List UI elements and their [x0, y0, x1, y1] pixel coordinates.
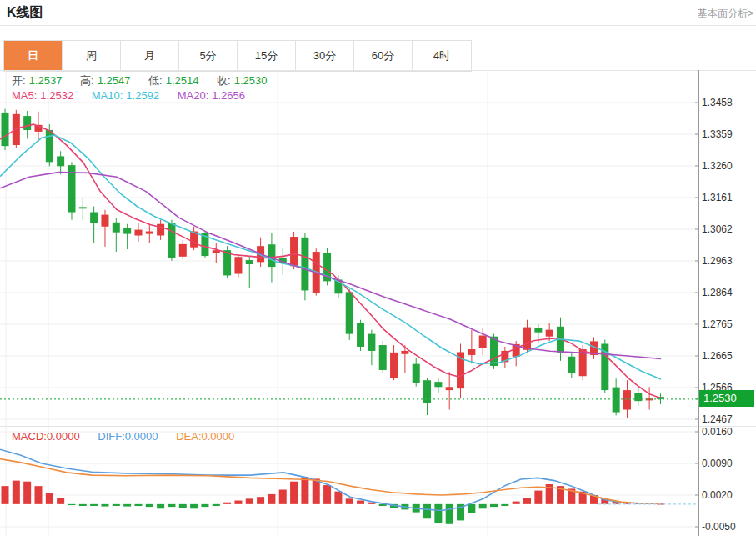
macd-bar — [68, 504, 75, 505]
tab-4hour[interactable]: 4时 — [413, 41, 471, 71]
ma20-label: MA20: — [178, 89, 209, 102]
candle — [413, 358, 420, 387]
macd-bar — [234, 501, 242, 504]
macd-bar — [13, 481, 20, 504]
candle — [379, 341, 387, 373]
macd-bar — [479, 504, 487, 508]
candle — [234, 254, 242, 277]
macd-bar — [201, 504, 208, 507]
candle — [468, 330, 475, 364]
fundamental-analysis-link[interactable]: 基本面分析> — [698, 7, 753, 21]
candle — [113, 218, 120, 252]
tab-15min[interactable]: 15分 — [238, 41, 296, 71]
candle — [157, 220, 164, 240]
candle — [2, 109, 9, 150]
y-axis-label: 0.0160 — [702, 426, 733, 438]
ma10-value: 1.2592 — [126, 89, 159, 102]
diff-label: DIFF: — [98, 430, 125, 443]
candle — [446, 372, 453, 409]
macd-bar — [346, 498, 353, 504]
y-axis-label: 1.3062 — [702, 223, 733, 235]
macd-bar — [246, 498, 253, 504]
kline-page: K线图 基本面分析> 日 周 月 5分 15分 30分 60分 4时 1.345… — [0, 0, 756, 536]
macd-bar — [323, 485, 331, 504]
y-axis-label: 1.2665 — [702, 350, 733, 362]
macd-bar — [157, 504, 164, 508]
low-label: 低: — [148, 74, 163, 87]
macd-bar — [423, 504, 431, 518]
candle — [246, 257, 253, 288]
candle — [368, 330, 375, 366]
macd-bar — [34, 486, 42, 504]
macd-bar — [223, 503, 231, 504]
macd-bar — [290, 482, 298, 504]
macd-bar — [123, 504, 131, 507]
header-divider — [0, 25, 756, 26]
candle — [290, 232, 298, 269]
y-axis-label: 1.2963 — [702, 255, 733, 267]
macd-bar — [501, 504, 508, 506]
candle — [101, 210, 108, 247]
macd-bar — [534, 491, 542, 504]
y-axis-label: 0.0090 — [702, 458, 733, 469]
page-title: K线图 — [7, 4, 43, 22]
kline-macd-chart[interactable]: 1.34581.33591.32601.31611.30621.29631.28… — [0, 70, 756, 536]
candle — [346, 289, 353, 340]
macd-bar — [313, 478, 320, 503]
ma10-label: MA10: — [92, 89, 123, 102]
macd-bar — [213, 504, 220, 506]
y-axis-label: 0.0020 — [702, 489, 733, 501]
ma5-label: MA5: — [12, 89, 37, 102]
macd-bar — [357, 501, 364, 504]
macd-bar — [146, 504, 153, 507]
tab-5min[interactable]: 5分 — [179, 41, 238, 71]
y-axis-label: 1.3359 — [702, 128, 733, 140]
candle — [146, 224, 153, 243]
high-value: 1.2547 — [98, 74, 131, 87]
macd-bar — [334, 492, 342, 504]
macd-label: MACD: — [12, 430, 47, 443]
macd-bar — [190, 504, 198, 508]
candle — [434, 378, 442, 393]
candle — [501, 347, 508, 368]
y-axis-label: 1.2765 — [702, 318, 733, 330]
candle — [68, 162, 75, 219]
macd-bar — [57, 498, 64, 504]
low-value: 1.2514 — [166, 74, 199, 87]
tab-day[interactable]: 日 — [4, 41, 63, 71]
tab-week[interactable]: 周 — [63, 41, 121, 71]
dea-value: 0.0000 — [202, 430, 235, 443]
tab-30min[interactable]: 30分 — [296, 41, 354, 71]
macd-bar — [168, 504, 175, 507]
y-axis-label: 1.3458 — [702, 97, 733, 108]
candle — [223, 246, 231, 278]
macd-bar — [434, 504, 442, 523]
candle — [357, 320, 364, 351]
candle — [213, 243, 220, 263]
close-value: 1.2530 — [234, 74, 268, 87]
candle — [57, 151, 64, 174]
chart-area: 1.34581.33591.32601.31611.30621.29631.28… — [0, 70, 756, 536]
macd-bar — [279, 489, 287, 503]
interval-tabs: 日 周 月 5分 15分 30分 60分 4时 — [3, 40, 472, 72]
ohlc-legend: 开:1.2537 高:1.2547 低:1.2514 收:1.2530 — [12, 73, 270, 88]
macd-bar — [90, 504, 98, 506]
macd-bar — [268, 494, 275, 504]
open-value: 1.2537 — [29, 74, 63, 87]
macd-bar — [257, 497, 264, 504]
macd-bar — [301, 477, 308, 504]
tab-60min[interactable]: 60分 — [354, 41, 413, 71]
macd-bar — [101, 504, 108, 507]
ma5-value: 1.2532 — [40, 89, 73, 102]
y-axis-label: 1.2467 — [702, 413, 733, 425]
tab-month[interactable]: 月 — [121, 41, 179, 71]
candle — [90, 207, 98, 243]
dea-label: DEA: — [176, 430, 201, 443]
ma-legend: MA5:1.2532 MA10:1.2592 MA20:1.2656 — [12, 89, 248, 102]
candle — [601, 340, 608, 393]
macd-bar — [23, 482, 31, 504]
diff-value: 0.0000 — [125, 430, 158, 443]
macd-bar — [134, 504, 142, 506]
high-label: 高: — [80, 74, 94, 87]
y-axis-label: 1.3161 — [702, 192, 733, 203]
